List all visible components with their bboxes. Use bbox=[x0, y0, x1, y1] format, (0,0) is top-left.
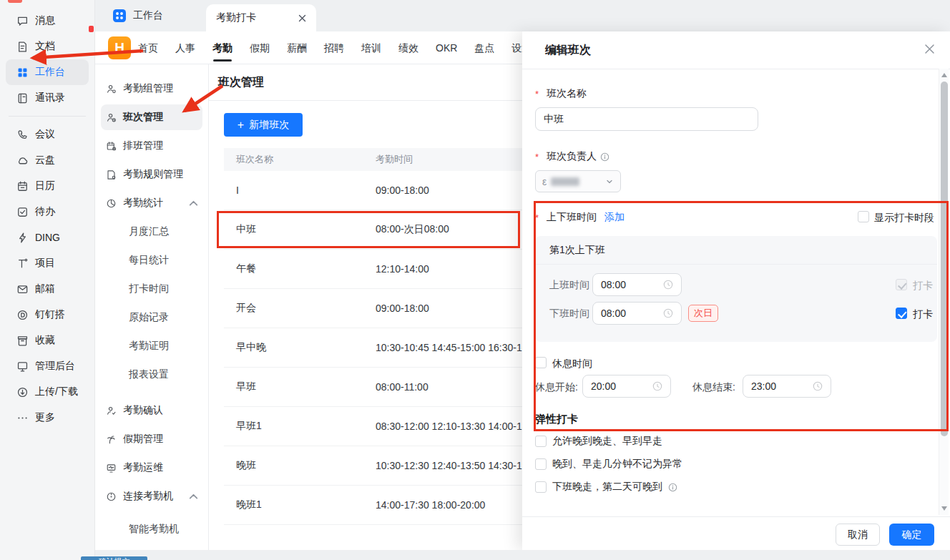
add-time-link[interactable]: 添加 bbox=[604, 211, 625, 224]
menu-subitem-attendance-proof[interactable]: 考勤证明 bbox=[95, 332, 208, 360]
shift-name-input[interactable]: 中班 bbox=[535, 107, 758, 131]
plus-icon: + bbox=[238, 119, 244, 132]
cancel-button[interactable]: 取消 bbox=[836, 524, 880, 546]
palm-tree-icon bbox=[106, 434, 117, 445]
scroll-down-arrow-icon[interactable] bbox=[941, 506, 947, 511]
sidebar-item-ding[interactable]: DING bbox=[6, 225, 89, 250]
nav-item-performance[interactable]: 绩效 bbox=[398, 31, 418, 64]
archive-box-icon bbox=[16, 335, 29, 347]
rest-start-input[interactable]: 20:00 bbox=[582, 375, 671, 398]
shift-name-cell: 早中晚 bbox=[236, 341, 376, 354]
menu-item-attendance-rules[interactable]: 考勤规则管理 bbox=[95, 160, 208, 189]
nav-item-hr[interactable]: 人事 bbox=[175, 31, 195, 64]
menu-item-schedule-management[interactable]: 排班管理 bbox=[95, 132, 208, 160]
end-time-input[interactable]: 08:00 bbox=[592, 302, 682, 325]
menu-item-attendance-stats[interactable]: 考勤统计 bbox=[95, 189, 208, 217]
flex-option-checkbox[interactable] bbox=[535, 458, 547, 470]
menu-item-attendance-groups[interactable]: 考勤组管理 bbox=[95, 74, 208, 103]
nav-item-okr[interactable]: OKR bbox=[436, 31, 457, 64]
phone-icon bbox=[16, 129, 29, 141]
rest-time-checkbox[interactable] bbox=[535, 357, 547, 368]
sidebar-item-upload-download[interactable]: 上传/下载 bbox=[6, 379, 89, 405]
tab-strip: 工作台 考勤打卡 bbox=[95, 0, 950, 31]
menu-subitem-punch-times[interactable]: 打卡时间 bbox=[95, 275, 208, 303]
company-logo[interactable]: H bbox=[108, 36, 131, 59]
sidebar-item-label: 通讯录 bbox=[35, 92, 65, 104]
start-punch-checkbox[interactable] bbox=[896, 279, 907, 290]
nav-item-payroll[interactable]: 薪酬 bbox=[287, 31, 307, 64]
sidebar-item-contacts[interactable]: 通讯录 bbox=[6, 85, 89, 111]
menu-subitem-report-settings[interactable]: 报表设置 bbox=[95, 360, 208, 389]
person-check-icon bbox=[106, 406, 117, 416]
flex-option-row: 晚到、早走几分钟不记为异常 bbox=[535, 458, 682, 471]
nav-item-training[interactable]: 培训 bbox=[361, 31, 381, 64]
tab-workbench[interactable]: 工作台 bbox=[113, 0, 163, 31]
nav-item-attendance[interactable]: 考勤 bbox=[212, 31, 232, 64]
tab-label: 工作台 bbox=[133, 9, 163, 22]
flex-option-checkbox[interactable] bbox=[535, 481, 547, 493]
calendar-clock-icon bbox=[106, 141, 117, 152]
nav-item-holiday[interactable]: 假期 bbox=[250, 31, 270, 64]
menu-item-attendance-ops[interactable]: 考勤运维 bbox=[95, 453, 208, 482]
menu-item-shift-management[interactable]: 班次管理 bbox=[95, 103, 208, 132]
sidebar-item-label: 更多 bbox=[35, 411, 55, 424]
chevron-up-icon[interactable] bbox=[188, 491, 199, 502]
menu-item-attendance-confirm[interactable]: 考勤确认 bbox=[95, 396, 208, 425]
scrollbar-thumb[interactable] bbox=[941, 82, 948, 436]
nav-item-inventory[interactable]: 盘点 bbox=[474, 31, 494, 64]
sidebar-item-dingtalk-build[interactable]: 钉钉搭 bbox=[6, 302, 89, 328]
menu-item-attendance-machines[interactable]: 连接考勤机 bbox=[95, 482, 208, 511]
sidebar-item-todo[interactable]: 待办 bbox=[6, 199, 89, 225]
sidebar-item-admin-console[interactable]: 管理后台 bbox=[6, 353, 89, 379]
scroll-up-arrow-icon[interactable] bbox=[941, 73, 947, 77]
menu-item-label: 考勤证明 bbox=[129, 340, 169, 353]
menu-subitem-daily-stats[interactable]: 每日统计 bbox=[95, 246, 208, 275]
column-header-attendance-time: 考勤时间 bbox=[376, 153, 413, 166]
start-time-input[interactable]: 08:00 bbox=[592, 273, 682, 296]
tab-close-icon[interactable] bbox=[298, 14, 306, 22]
tab-attendance[interactable]: 考勤打卡 bbox=[206, 4, 316, 31]
worktime-label: 上下班时间 添加 bbox=[535, 211, 625, 224]
sidebar-item-mail[interactable]: 邮箱 bbox=[6, 276, 89, 302]
shift-name-cell: 开会 bbox=[236, 302, 376, 315]
sidebar-item-favorites[interactable]: 收藏 bbox=[6, 328, 89, 353]
start-time-value: 08:00 bbox=[601, 279, 626, 290]
sidebar-item-cloud-drive[interactable]: 云盘 bbox=[6, 147, 89, 173]
sidebar-item-more[interactable]: 更多 bbox=[6, 405, 89, 431]
sidebar-item-messages[interactable]: 消息 bbox=[6, 8, 89, 34]
flex-option-checkbox[interactable] bbox=[535, 436, 547, 447]
edit-shift-drawer: 编辑班次 班次名称 中班 班次负责人 ε 上下班时间 添加 显示打卡时段 第1 bbox=[522, 31, 950, 550]
menu-item-label: 报表设置 bbox=[129, 368, 169, 381]
sidebar-item-projects[interactable]: 项目 bbox=[6, 250, 89, 276]
show-punch-period-checkbox[interactable] bbox=[858, 211, 869, 222]
sidebar-item-label: 上传/下载 bbox=[35, 385, 78, 398]
avatar[interactable] bbox=[8, 0, 22, 3]
sidebar-item-meetings[interactable]: 会议 bbox=[6, 122, 89, 147]
close-icon[interactable] bbox=[924, 44, 935, 54]
menu-subitem-smart-machine[interactable]: 智能考勤机 bbox=[95, 515, 208, 544]
nav-item-home[interactable]: 首页 bbox=[138, 31, 158, 64]
attendance-time-cell: 08:00-次日08:00 bbox=[376, 223, 449, 236]
menu-subitem-raw-records[interactable]: 原始记录 bbox=[95, 303, 208, 332]
sidebar-item-calendar[interactable]: 日历 bbox=[6, 173, 89, 199]
sidebar-item-docs[interactable]: 文档 bbox=[6, 34, 89, 59]
add-shift-button[interactable]: + 新增班次 bbox=[224, 113, 303, 137]
menu-item-label: 考勤组管理 bbox=[123, 82, 173, 95]
menu-item-label: 月度汇总 bbox=[129, 225, 169, 238]
chevron-up-icon[interactable] bbox=[188, 198, 199, 209]
flex-option-row: 允许晚到晚走、早到早走 bbox=[535, 435, 662, 448]
menu-item-label: 每日统计 bbox=[129, 254, 169, 267]
next-day-badge: 次日 bbox=[688, 305, 718, 322]
sidebar-item-workbench[interactable]: 工作台 bbox=[6, 59, 89, 85]
drawer-scrollbar[interactable] bbox=[939, 69, 949, 515]
shift-name-value: 中班 bbox=[544, 113, 564, 126]
menu-subitem-monthly-summary[interactable]: 月度汇总 bbox=[95, 217, 208, 246]
rest-end-input[interactable]: 23:00 bbox=[743, 375, 831, 398]
shift-owner-select[interactable]: ε bbox=[535, 170, 621, 192]
shift-name-cell: 晚班 bbox=[236, 459, 376, 472]
menu-item-holiday-management[interactable]: 假期管理 bbox=[95, 425, 208, 453]
todo-check-icon bbox=[16, 206, 29, 218]
nav-item-recruiting[interactable]: 招聘 bbox=[324, 31, 344, 64]
confirm-button[interactable]: 确定 bbox=[889, 524, 934, 546]
end-punch-checkbox[interactable] bbox=[896, 308, 907, 319]
